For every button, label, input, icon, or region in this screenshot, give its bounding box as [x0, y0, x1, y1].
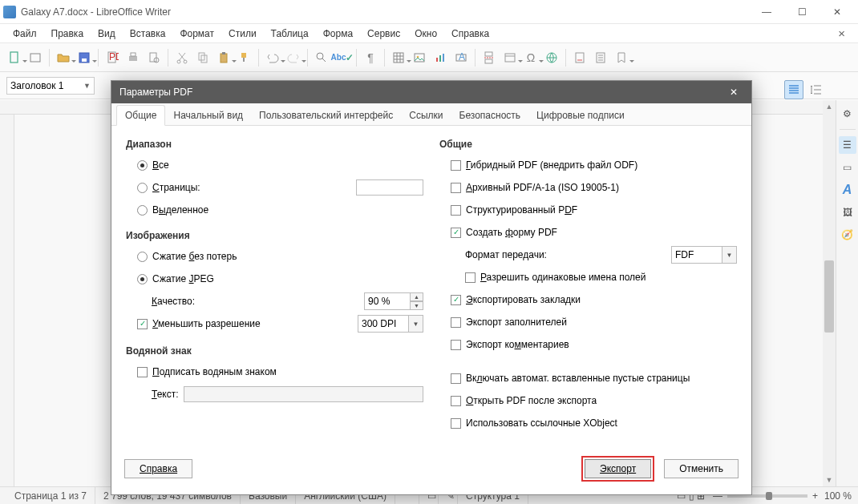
- undo-button[interactable]: [263, 48, 282, 67]
- tab-initial-view[interactable]: Начальный вид: [165, 106, 251, 125]
- print-button[interactable]: [123, 48, 143, 67]
- menu-table[interactable]: Таблица: [265, 26, 315, 41]
- align-justify-button[interactable]: [784, 80, 803, 99]
- copy-button[interactable]: [193, 48, 212, 67]
- radio-jpeg[interactable]: [137, 274, 148, 284]
- tab-ui[interactable]: Пользовательский интерфейс: [251, 106, 401, 125]
- insert-special-char-button[interactable]: Ω: [521, 48, 540, 67]
- check-view-after[interactable]: [451, 396, 461, 406]
- save-button[interactable]: [75, 48, 94, 67]
- insert-pagebreak-button[interactable]: [480, 48, 499, 67]
- menu-file[interactable]: Файл: [6, 26, 43, 41]
- maximize-button[interactable]: ☐: [784, 1, 820, 23]
- vertical-scrollbar[interactable]: ▲ ▼: [823, 100, 836, 486]
- check-placeholders[interactable]: [451, 317, 461, 328]
- check-reduce-res[interactable]: [137, 319, 148, 329]
- svg-rect-28: [505, 54, 515, 62]
- check-comments[interactable]: [451, 340, 461, 350]
- check-xobject[interactable]: [451, 418, 461, 429]
- insert-chart-button[interactable]: [431, 48, 450, 67]
- insert-field-button[interactable]: [500, 48, 520, 67]
- sidebar-settings-icon[interactable]: ⚙: [839, 105, 856, 123]
- quality-down-icon[interactable]: ▼: [411, 301, 423, 310]
- check-dup-names[interactable]: [465, 272, 476, 283]
- dialog-titlebar[interactable]: Параметры PDF ✕: [111, 81, 751, 103]
- side-panel: ⚙ ☰ ▭ A 🖼 🧭: [836, 100, 858, 486]
- formatting-marks-button[interactable]: ¶: [361, 48, 380, 67]
- sidebar-properties-icon[interactable]: ☰: [839, 136, 856, 154]
- sidebar-navigator-icon[interactable]: 🧭: [839, 226, 856, 244]
- paragraph-style-select[interactable]: Заголовок 1 ▼: [6, 77, 95, 95]
- export-pdf-button[interactable]: PDF: [103, 48, 122, 67]
- menu-view[interactable]: Вид: [91, 26, 122, 41]
- label-comments: Экспорт комментариев: [466, 339, 569, 350]
- insert-image-button[interactable]: [410, 48, 429, 67]
- cancel-button[interactable]: Отменить: [664, 459, 739, 478]
- menu-window[interactable]: Окно: [408, 26, 443, 41]
- zoom-in-icon[interactable]: +: [812, 490, 818, 502]
- radio-selection[interactable]: [137, 205, 148, 216]
- close-button[interactable]: ✕: [820, 1, 855, 23]
- spinner-quality[interactable]: 90 %▲▼: [364, 292, 423, 310]
- status-zoom[interactable]: 100 %: [824, 490, 852, 502]
- insert-textbox-button[interactable]: A: [451, 48, 471, 67]
- menu-edit[interactable]: Правка: [45, 26, 91, 41]
- paste-button[interactable]: [214, 48, 233, 67]
- check-hybrid[interactable]: [451, 160, 461, 171]
- insert-endnote-button[interactable]: [591, 48, 610, 67]
- new-doc-button[interactable]: [5, 48, 24, 67]
- sidebar-page-icon[interactable]: ▭: [839, 159, 856, 176]
- insert-bookmark-button[interactable]: [612, 48, 631, 67]
- doc-close-icon[interactable]: ×: [832, 25, 852, 42]
- tab-signatures[interactable]: Цифровые подписи: [528, 106, 633, 125]
- scroll-up-icon[interactable]: ▲: [823, 100, 836, 113]
- check-tagged[interactable]: [451, 205, 461, 216]
- svg-rect-22: [439, 55, 441, 62]
- tab-security[interactable]: Безопасность: [451, 106, 529, 125]
- titlebar: Galaxy A7.docx - LibreOffice Writer — ☐ …: [0, 0, 858, 24]
- print-preview-button[interactable]: [144, 48, 164, 67]
- spellcheck-button[interactable]: Abc✓: [333, 48, 352, 67]
- radio-lossless[interactable]: [137, 252, 148, 262]
- radio-pages[interactable]: [137, 183, 148, 193]
- input-pages[interactable]: [356, 179, 423, 196]
- check-form[interactable]: [451, 228, 461, 238]
- insert-table-button[interactable]: [389, 48, 408, 67]
- redo-button[interactable]: [284, 48, 303, 67]
- menu-styles[interactable]: Стили: [222, 26, 263, 41]
- tab-links[interactable]: Ссылки: [401, 106, 451, 125]
- select-dpi[interactable]: 300 DPI▼: [358, 315, 423, 333]
- insert-footnote-button[interactable]: [570, 48, 589, 67]
- cut-button[interactable]: [172, 48, 192, 67]
- check-sign-watermark[interactable]: [137, 367, 148, 377]
- open-button[interactable]: [54, 48, 73, 67]
- line-spacing-button[interactable]: [807, 80, 826, 99]
- menu-insert[interactable]: Вставка: [123, 26, 172, 41]
- sidebar-gallery-icon[interactable]: 🖼: [839, 204, 856, 221]
- sidebar-styles-icon[interactable]: A: [839, 181, 856, 199]
- menu-tools[interactable]: Сервис: [361, 26, 407, 41]
- export-button[interactable]: Экспорт: [585, 459, 651, 478]
- find-replace-button[interactable]: [312, 48, 331, 67]
- menu-form[interactable]: Форма: [317, 26, 359, 41]
- templates-button[interactable]: [26, 48, 45, 67]
- tab-general[interactable]: Общие: [116, 105, 165, 126]
- status-page[interactable]: Страница 1 из 7: [6, 487, 95, 504]
- svg-rect-30: [576, 53, 584, 62]
- radio-all[interactable]: [137, 160, 148, 171]
- check-bookmarks[interactable]: [451, 295, 461, 305]
- vertical-ruler[interactable]: [0, 115, 14, 486]
- insert-hyperlink-button[interactable]: [542, 48, 561, 67]
- dialog-close-icon[interactable]: ✕: [724, 83, 743, 102]
- scroll-down-icon[interactable]: ▼: [823, 474, 836, 486]
- quality-up-icon[interactable]: ▲: [411, 292, 423, 301]
- clone-format-button[interactable]: [235, 48, 254, 67]
- check-blank-pages[interactable]: [451, 373, 461, 384]
- menu-help[interactable]: Справка: [445, 26, 496, 41]
- help-button[interactable]: Справка: [124, 459, 192, 478]
- select-submit-format[interactable]: FDF▼: [671, 246, 737, 264]
- scroll-thumb[interactable]: [824, 260, 834, 333]
- menu-format[interactable]: Формат: [173, 26, 221, 41]
- check-pdfa[interactable]: [451, 183, 461, 193]
- minimize-button[interactable]: —: [749, 1, 784, 23]
